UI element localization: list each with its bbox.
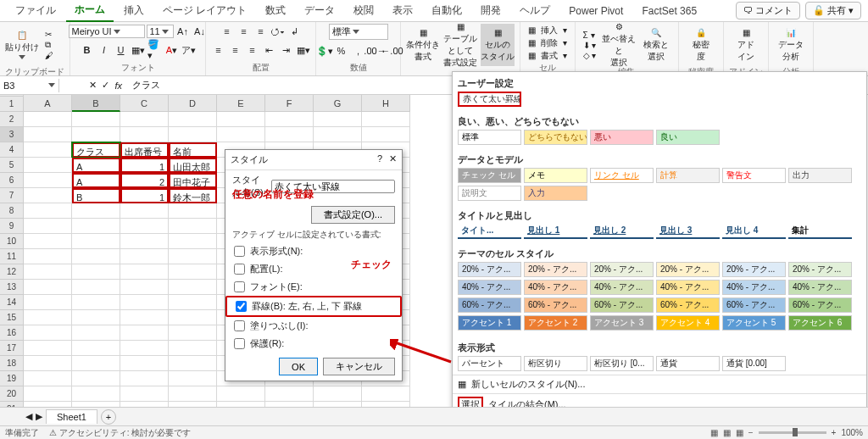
- row-header[interactable]: 2: [0, 112, 24, 127]
- view-normal-icon[interactable]: ▦: [710, 428, 718, 437]
- style-swatch[interactable]: 説明文: [458, 186, 521, 201]
- shrink-font-icon[interactable]: A↓: [192, 24, 208, 39]
- cell[interactable]: [24, 158, 72, 173]
- row-header[interactable]: 7: [0, 188, 24, 203]
- cell[interactable]: [265, 127, 314, 142]
- style-swatch[interactable]: 見出し 4: [722, 224, 786, 239]
- paste-button[interactable]: 📋貼り付け: [5, 24, 39, 66]
- style-swatch[interactable]: 入力: [524, 186, 587, 201]
- cell[interactable]: [72, 386, 120, 402]
- style-swatch[interactable]: メモ: [524, 168, 587, 183]
- cell[interactable]: [120, 264, 169, 280]
- row-header[interactable]: 3: [0, 127, 24, 142]
- sort-filter-button[interactable]: ⚙並べ替えと 選択: [602, 24, 636, 66]
- col-header[interactable]: A: [24, 95, 72, 112]
- style-swatch[interactable]: 桁区切り: [524, 356, 587, 371]
- dialog-cancel-button[interactable]: キャンセル: [323, 358, 395, 375]
- col-header[interactable]: B: [72, 95, 120, 112]
- cell[interactable]: [362, 127, 410, 142]
- cell[interactable]: [120, 325, 169, 341]
- cell[interactable]: [120, 341, 169, 356]
- cell[interactable]: [314, 386, 362, 402]
- align-center-icon[interactable]: ≡: [228, 42, 243, 58]
- cell[interactable]: [72, 356, 120, 371]
- row-header[interactable]: 10: [0, 234, 24, 249]
- cell[interactable]: A: [72, 173, 120, 188]
- orientation-icon[interactable]: ⭯▾: [270, 24, 286, 39]
- cell[interactable]: [24, 219, 72, 234]
- cell[interactable]: [169, 112, 217, 127]
- sensitivity-button[interactable]: 🔒秘密 度: [684, 24, 718, 66]
- cancel-formula-icon[interactable]: ✕: [89, 80, 97, 91]
- tab-formulas[interactable]: 数式: [257, 0, 294, 21]
- cell[interactable]: [24, 295, 72, 310]
- style-swatch[interactable]: 60% - アク...: [524, 297, 587, 313]
- tab-pagelayout[interactable]: ページ レイアウト: [154, 0, 255, 21]
- cell[interactable]: クラス: [72, 142, 120, 158]
- style-swatch[interactable]: 見出し 1: [524, 224, 587, 239]
- clear-button[interactable]: ◇ ▾: [581, 51, 599, 60]
- style-swatch[interactable]: 40% - アク...: [590, 280, 654, 295]
- cell[interactable]: [24, 310, 72, 325]
- row-header[interactable]: 8: [0, 203, 24, 219]
- cell[interactable]: [120, 127, 169, 142]
- share-button[interactable]: 🔓 共有 ▾: [805, 2, 861, 19]
- style-option-check[interactable]: 罫線(B): 左, 右, 上, 下 罫線: [225, 296, 402, 317]
- cell[interactable]: [24, 112, 72, 127]
- cell[interactable]: [72, 310, 120, 325]
- conditional-format-button[interactable]: ▦条件付き 書式: [406, 24, 440, 66]
- cell[interactable]: [24, 234, 72, 249]
- cell[interactable]: [24, 386, 72, 402]
- dec-decimal-icon[interactable]: ←.00: [385, 43, 400, 58]
- cell[interactable]: [120, 386, 169, 402]
- cell[interactable]: [24, 173, 72, 188]
- style-swatch[interactable]: リンク セル: [590, 168, 654, 183]
- cell[interactable]: 出席番号: [120, 142, 169, 158]
- font-name-combo[interactable]: Meiryo UI: [69, 25, 145, 38]
- view-pagelayout-icon[interactable]: ▦: [723, 428, 731, 437]
- row-header[interactable]: 17: [0, 341, 24, 356]
- col-header[interactable]: G: [314, 95, 362, 112]
- row-header[interactable]: 11: [0, 249, 24, 264]
- style-swatch[interactable]: 40% - アク...: [458, 280, 521, 295]
- tab-help[interactable]: ヘルプ: [511, 0, 559, 21]
- style-swatch-user[interactable]: 赤くて太い罫線: [458, 92, 521, 107]
- addins-button[interactable]: ▦アド イン: [729, 24, 763, 66]
- grow-font-icon[interactable]: A↑: [175, 24, 191, 39]
- currency-icon[interactable]: 💲▾: [317, 43, 332, 58]
- style-swatch[interactable]: どちらでもない: [524, 130, 587, 145]
- cell[interactable]: [24, 371, 72, 386]
- cell[interactable]: [24, 127, 72, 142]
- cell[interactable]: [24, 264, 72, 280]
- fill-button[interactable]: ⬇ ▾: [581, 41, 599, 50]
- cell[interactable]: [314, 112, 362, 127]
- style-swatch[interactable]: 集計: [788, 224, 852, 239]
- cell[interactable]: [217, 386, 265, 402]
- style-swatch[interactable]: 20% - アク...: [788, 262, 852, 277]
- analyze-data-button[interactable]: 📊データ 分析: [774, 24, 808, 66]
- style-swatch[interactable]: 通貨 [0.00]: [722, 356, 786, 371]
- row-header[interactable]: 15: [0, 310, 24, 325]
- cell[interactable]: [362, 112, 410, 127]
- col-header[interactable]: E: [217, 95, 265, 112]
- format-as-table-button[interactable]: ▦テーブルとして 書式設定: [443, 24, 477, 66]
- style-swatch[interactable]: 20% - アク...: [524, 262, 587, 277]
- row-header[interactable]: 1: [0, 97, 24, 112]
- cell[interactable]: [169, 219, 217, 234]
- copy-button[interactable]: ⧉: [42, 40, 56, 50]
- percent-icon[interactable]: %: [334, 43, 349, 58]
- cell[interactable]: [169, 249, 217, 264]
- cell[interactable]: 田中花子: [169, 173, 217, 188]
- cell[interactable]: [120, 371, 169, 386]
- cell[interactable]: [169, 264, 217, 280]
- wrap-text-icon[interactable]: ↲: [287, 24, 303, 39]
- style-swatch[interactable]: 40% - アク...: [656, 280, 720, 295]
- tab-insert[interactable]: 挿入: [115, 0, 153, 21]
- cell[interactable]: [72, 341, 120, 356]
- cell[interactable]: [72, 264, 120, 280]
- style-swatch[interactable]: 20% - アク...: [458, 262, 521, 277]
- zoom-level[interactable]: 100%: [841, 428, 863, 437]
- format-settings-button[interactable]: 書式設定(O)...: [311, 206, 395, 224]
- col-header[interactable]: H: [362, 95, 410, 112]
- align-right-icon[interactable]: ≡: [245, 42, 260, 58]
